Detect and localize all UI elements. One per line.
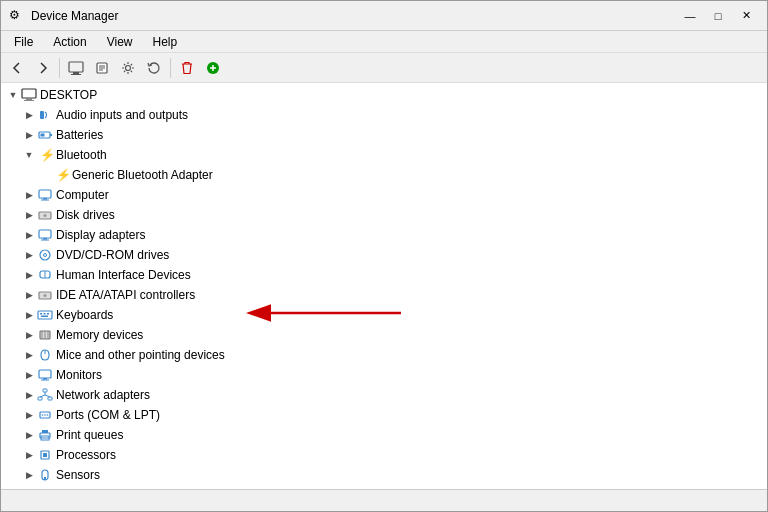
tree-item-monitors[interactable]: ▶ Monitors xyxy=(1,365,767,385)
expander-sensors[interactable]: ▶ xyxy=(21,467,37,483)
expander-audio[interactable]: ▶ xyxy=(21,107,37,123)
label-processors: Processors xyxy=(56,448,116,462)
svg-rect-12 xyxy=(40,111,44,119)
toolbar-refresh[interactable] xyxy=(142,56,166,80)
maximize-button[interactable]: □ xyxy=(705,6,731,26)
svg-rect-33 xyxy=(40,313,42,315)
icon-monitors xyxy=(37,367,53,383)
tree-item-bluetooth[interactable]: ▼ ⚡ Bluetooth xyxy=(1,145,767,165)
icon-ports xyxy=(37,407,53,423)
tree-item-print[interactable]: ▶ Print queues xyxy=(1,425,767,445)
content-wrapper: ▼ DESKTOP ▶ Audio inputs and outputs ▶ xyxy=(1,83,767,489)
expander-display[interactable]: ▶ xyxy=(21,227,37,243)
expander-memory[interactable]: ▶ xyxy=(21,327,37,343)
expander-network[interactable]: ▶ xyxy=(21,387,37,403)
label-bt-adapter: Generic Bluetooth Adapter xyxy=(72,168,213,182)
expander-mice[interactable]: ▶ xyxy=(21,347,37,363)
label-network: Network adapters xyxy=(56,388,150,402)
expander-computer[interactable]: ▶ xyxy=(21,187,37,203)
icon-keyboards xyxy=(37,307,53,323)
svg-rect-1 xyxy=(73,72,79,74)
label-bluetooth: Bluetooth xyxy=(56,148,107,162)
close-button[interactable]: ✕ xyxy=(733,6,759,26)
expander-ide[interactable]: ▶ xyxy=(21,287,37,303)
svg-rect-43 xyxy=(43,378,47,380)
svg-rect-32 xyxy=(38,311,52,319)
svg-rect-9 xyxy=(22,89,36,98)
svg-rect-56 xyxy=(42,430,48,433)
svg-rect-20 xyxy=(41,200,49,201)
title-buttons: — □ ✕ xyxy=(677,6,759,26)
expander-bt-adapter xyxy=(37,167,53,183)
tree-item-hid[interactable]: ▶ Human Interface Devices xyxy=(1,265,767,285)
device-manager-window: ⚙ Device Manager — □ ✕ File Action View … xyxy=(0,0,768,512)
tree-item-ports[interactable]: ▶ Ports (COM & LPT) xyxy=(1,405,767,425)
svg-rect-24 xyxy=(43,238,47,240)
expander-keyboards[interactable]: ▶ xyxy=(21,307,37,323)
toolbar-back[interactable] xyxy=(5,56,29,80)
label-dvd: DVD/CD-ROM drives xyxy=(56,248,169,262)
tree-item-display[interactable]: ▶ Display adapters xyxy=(1,225,767,245)
expander-processors[interactable]: ▶ xyxy=(21,447,37,463)
toolbar-add[interactable] xyxy=(201,56,225,80)
label-print: Print queues xyxy=(56,428,123,442)
tree-item-dvd[interactable]: ▶ DVD/CD-ROM drives xyxy=(1,245,767,265)
expander-print[interactable]: ▶ xyxy=(21,427,37,443)
toolbar-properties[interactable] xyxy=(90,56,114,80)
svg-rect-18 xyxy=(39,190,51,198)
label-memory: Memory devices xyxy=(56,328,143,342)
svg-point-53 xyxy=(44,414,46,416)
svg-rect-47 xyxy=(48,397,52,400)
tree-item-audio[interactable]: ▶ Audio inputs and outputs xyxy=(1,105,767,125)
tree-item-network[interactable]: ▶ Network adapters xyxy=(1,385,767,405)
tree-item-sensors[interactable]: ▶ Sensors xyxy=(1,465,767,485)
label-keyboards: Keyboards xyxy=(56,308,113,322)
label-batteries: Batteries xyxy=(56,128,103,142)
label-disk: Disk drives xyxy=(56,208,115,222)
expander-desktop[interactable]: ▼ xyxy=(5,87,21,103)
svg-point-27 xyxy=(44,254,47,257)
expander-software[interactable]: ▶ xyxy=(21,487,37,489)
menu-action[interactable]: Action xyxy=(44,32,95,52)
minimize-button[interactable]: — xyxy=(677,6,703,26)
toolbar-forward[interactable] xyxy=(31,56,55,80)
tree-root-desktop[interactable]: ▼ DESKTOP xyxy=(1,85,767,105)
expander-dvd[interactable]: ▶ xyxy=(21,247,37,263)
svg-text:⚡: ⚡ xyxy=(40,148,53,162)
svg-rect-59 xyxy=(43,453,47,457)
tree-item-disk[interactable]: ▶ Disk drives xyxy=(1,205,767,225)
icon-audio xyxy=(37,107,53,123)
expander-monitors[interactable]: ▶ xyxy=(21,367,37,383)
toolbar-delete[interactable] xyxy=(175,56,199,80)
menu-view[interactable]: View xyxy=(98,32,142,52)
tree-item-bt-adapter[interactable]: ⚡ Generic Bluetooth Adapter xyxy=(1,165,767,185)
menu-file[interactable]: File xyxy=(5,32,42,52)
svg-rect-10 xyxy=(26,98,32,100)
tree-item-ide[interactable]: ▶ IDE ATA/ATAPI controllers xyxy=(1,285,767,305)
expander-bluetooth[interactable]: ▼ xyxy=(21,147,37,163)
icon-bt-adapter: ⚡ xyxy=(53,167,69,183)
expander-batteries[interactable]: ▶ xyxy=(21,127,37,143)
tree-item-processors[interactable]: ▶ Processors xyxy=(1,445,767,465)
toolbar-settings[interactable] xyxy=(116,56,140,80)
tree-item-mice[interactable]: ▶ Mice and other pointing devices xyxy=(1,345,767,365)
toolbar-computer[interactable] xyxy=(64,56,88,80)
tree-item-memory[interactable]: ▶ Memory devices xyxy=(1,325,767,345)
icon-display xyxy=(37,227,53,243)
icon-computer xyxy=(37,187,53,203)
expander-ports[interactable]: ▶ xyxy=(21,407,37,423)
svg-line-50 xyxy=(45,395,50,397)
icon-desktop xyxy=(21,87,37,103)
expander-disk[interactable]: ▶ xyxy=(21,207,37,223)
expander-hid[interactable]: ▶ xyxy=(21,267,37,283)
label-ide: IDE ATA/ATAPI controllers xyxy=(56,288,195,302)
device-tree[interactable]: ▼ DESKTOP ▶ Audio inputs and outputs ▶ xyxy=(1,83,767,489)
menu-bar: File Action View Help xyxy=(1,31,767,53)
tree-item-batteries[interactable]: ▶ Batteries xyxy=(1,125,767,145)
toolbar-separator-1 xyxy=(59,58,60,78)
tree-item-computer[interactable]: ▶ Computer xyxy=(1,185,767,205)
tree-item-keyboards[interactable]: ▶ Keyboards xyxy=(1,305,767,325)
svg-rect-23 xyxy=(39,230,51,238)
menu-help[interactable]: Help xyxy=(144,32,187,52)
tree-item-software[interactable]: ▶ Software devices xyxy=(1,485,767,489)
